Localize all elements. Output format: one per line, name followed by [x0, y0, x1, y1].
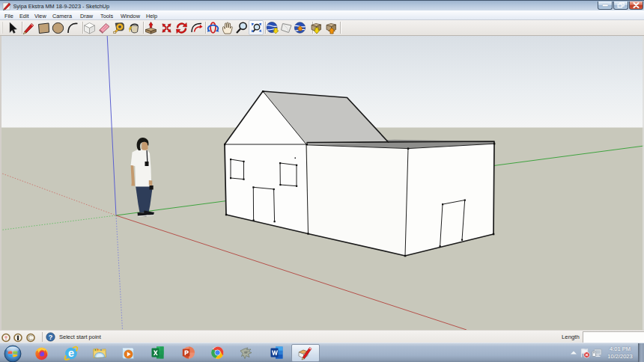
svg-text:e: e — [68, 347, 74, 359]
svg-text:?: ? — [49, 334, 53, 341]
